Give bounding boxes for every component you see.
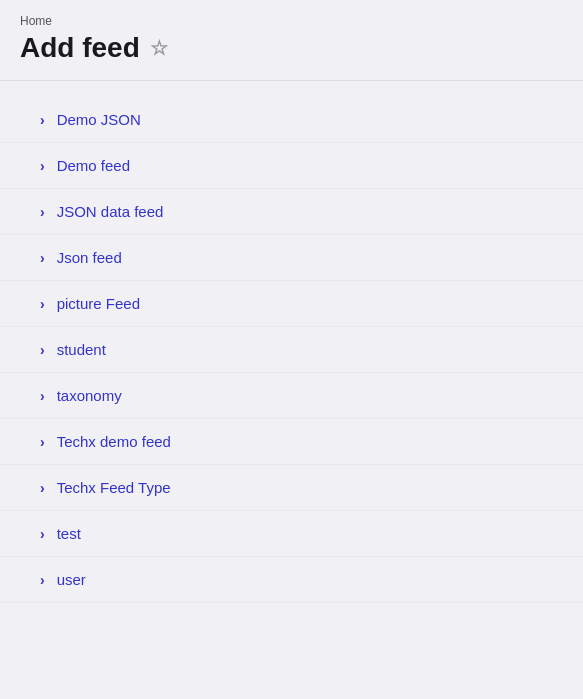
item-label: Techx Feed Type [57, 479, 171, 496]
chevron-right-icon: › [40, 342, 45, 358]
list-item-techx-demo-feed[interactable]: ›Techx demo feed [0, 419, 583, 465]
star-icon[interactable]: ☆ [150, 36, 168, 60]
list-item-test[interactable]: ›test [0, 511, 583, 557]
list-item-user[interactable]: ›user [0, 557, 583, 603]
item-label: JSON data feed [57, 203, 164, 220]
list-item-taxonomy[interactable]: ›taxonomy [0, 373, 583, 419]
list-item-demo-feed[interactable]: ›Demo feed [0, 143, 583, 189]
item-label: Json feed [57, 249, 122, 266]
chevron-right-icon: › [40, 480, 45, 496]
spacer [0, 81, 583, 97]
list-item-demo-json[interactable]: ›Demo JSON [0, 97, 583, 143]
list-item-json-feed[interactable]: ›Json feed [0, 235, 583, 281]
item-label: user [57, 571, 86, 588]
item-label: test [57, 525, 81, 542]
list-item-picture-feed[interactable]: ›picture Feed [0, 281, 583, 327]
chevron-right-icon: › [40, 250, 45, 266]
chevron-right-icon: › [40, 388, 45, 404]
breadcrumb: Home [20, 14, 563, 28]
chevron-right-icon: › [40, 572, 45, 588]
chevron-right-icon: › [40, 158, 45, 174]
item-label: Techx demo feed [57, 433, 171, 450]
item-label: Demo JSON [57, 111, 141, 128]
chevron-right-icon: › [40, 526, 45, 542]
item-label: student [57, 341, 106, 358]
list-item-techx-feed-type[interactable]: ›Techx Feed Type [0, 465, 583, 511]
chevron-right-icon: › [40, 112, 45, 128]
item-label: picture Feed [57, 295, 140, 312]
list-item-json-data-feed[interactable]: ›JSON data feed [0, 189, 583, 235]
page-title: Add feed [20, 32, 140, 64]
item-label: taxonomy [57, 387, 122, 404]
chevron-right-icon: › [40, 434, 45, 450]
chevron-right-icon: › [40, 296, 45, 312]
list-item-student[interactable]: ›student [0, 327, 583, 373]
feed-list: ›Demo JSON›Demo feed›JSON data feed›Json… [0, 97, 583, 603]
item-label: Demo feed [57, 157, 130, 174]
chevron-right-icon: › [40, 204, 45, 220]
header: Home Add feed ☆ [0, 0, 583, 81]
